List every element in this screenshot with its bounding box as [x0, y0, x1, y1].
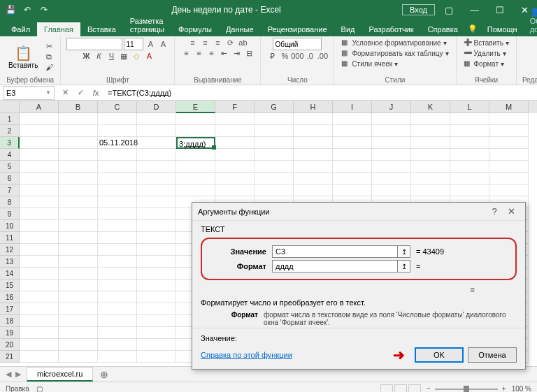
cell[interactable]: [255, 149, 294, 161]
column-header[interactable]: M: [489, 101, 529, 113]
row-header[interactable]: 16: [0, 291, 20, 303]
row-header[interactable]: 12: [0, 244, 20, 256]
cell[interactable]: [450, 173, 489, 184]
sheet-prev-icon[interactable]: ◀: [6, 370, 11, 379]
view-pagebreak-icon[interactable]: [408, 384, 421, 393]
enter-formula-icon[interactable]: ✓: [73, 88, 88, 97]
font-name-combo[interactable]: [66, 38, 122, 50]
cell[interactable]: [20, 220, 59, 232]
column-header[interactable]: D: [137, 101, 176, 113]
cell[interactable]: [59, 208, 98, 220]
zoom-out-button[interactable]: −: [427, 385, 431, 392]
column-header[interactable]: H: [294, 101, 333, 113]
cell[interactable]: [215, 137, 255, 149]
cell[interactable]: [20, 256, 59, 268]
cell[interactable]: [20, 232, 59, 244]
column-header[interactable]: A: [20, 101, 59, 113]
cell[interactable]: [372, 137, 411, 149]
font-color-icon[interactable]: A: [143, 51, 155, 61]
cell[interactable]: [20, 184, 59, 196]
cell[interactable]: [137, 220, 176, 232]
cell[interactable]: [137, 137, 176, 149]
cell[interactable]: [98, 351, 137, 363]
tab-insert[interactable]: Вставка: [80, 22, 123, 36]
cell[interactable]: [411, 173, 450, 184]
cell[interactable]: [215, 149, 255, 161]
cell[interactable]: [411, 113, 450, 125]
row-header[interactable]: 21: [0, 351, 20, 363]
cell[interactable]: [137, 351, 176, 363]
percent-icon[interactable]: %: [279, 51, 290, 61]
ok-button[interactable]: OK: [415, 347, 464, 363]
cell[interactable]: [98, 220, 137, 232]
tab-layout[interactable]: Разметка страницы: [123, 14, 171, 36]
format-cells-button[interactable]: ▦Формат ▾: [462, 59, 506, 68]
align-top-icon[interactable]: ≡: [187, 38, 198, 48]
cell[interactable]: [59, 280, 98, 291]
macro-record-icon[interactable]: ▢: [36, 385, 43, 392]
cell[interactable]: [98, 196, 137, 208]
grow-font-icon[interactable]: A: [145, 39, 156, 49]
row-header[interactable]: 5: [0, 161, 20, 173]
cell[interactable]: [20, 173, 59, 184]
cell[interactable]: [59, 220, 98, 232]
cell[interactable]: [98, 327, 137, 339]
cell[interactable]: [372, 113, 411, 125]
tab-view[interactable]: Вид: [334, 22, 362, 36]
cell[interactable]: [450, 137, 489, 149]
merge-icon[interactable]: ⊟: [243, 48, 255, 58]
cell[interactable]: [372, 184, 411, 196]
cell[interactable]: [489, 137, 529, 149]
paste-button[interactable]: 📋 Вставить: [6, 43, 41, 71]
tab-data[interactable]: Данные: [219, 22, 261, 36]
cell[interactable]: [137, 232, 176, 244]
cell[interactable]: [294, 161, 333, 173]
cell[interactable]: [137, 173, 176, 184]
cell[interactable]: [137, 113, 176, 125]
cell[interactable]: [98, 184, 137, 196]
cell[interactable]: [372, 161, 411, 173]
cell[interactable]: [59, 315, 98, 327]
column-header[interactable]: J: [372, 101, 411, 113]
cell[interactable]: [59, 327, 98, 339]
cell[interactable]: [215, 113, 255, 125]
cell[interactable]: [215, 184, 255, 196]
sheet-next-icon[interactable]: ▶: [15, 370, 21, 379]
row-header[interactable]: 1: [0, 113, 20, 125]
cell[interactable]: [20, 280, 59, 291]
cell[interactable]: [98, 161, 137, 173]
cell[interactable]: [333, 125, 372, 137]
row-header[interactable]: 9: [0, 208, 20, 220]
cell[interactable]: [489, 161, 529, 173]
row-header[interactable]: 2: [0, 125, 20, 137]
cell[interactable]: [59, 149, 98, 161]
login-button[interactable]: Вход: [402, 4, 435, 15]
cell[interactable]: [20, 149, 59, 161]
row-header[interactable]: 7: [0, 184, 20, 196]
number-format-combo[interactable]: [273, 38, 322, 50]
cell[interactable]: [255, 173, 294, 184]
cell[interactable]: [450, 125, 489, 137]
row-header[interactable]: 11: [0, 232, 20, 244]
cell[interactable]: [20, 303, 59, 315]
delete-cells-button[interactable]: ➖Удалить ▾: [462, 48, 508, 58]
cell[interactable]: [489, 149, 529, 161]
cell[interactable]: [137, 256, 176, 268]
cell[interactable]: [59, 137, 98, 149]
cell[interactable]: [333, 161, 372, 173]
cell[interactable]: [137, 208, 176, 220]
cell[interactable]: [450, 184, 489, 196]
row-header[interactable]: 18: [0, 315, 20, 327]
column-header[interactable]: C: [98, 101, 137, 113]
row-header[interactable]: 15: [0, 280, 20, 291]
row-header[interactable]: 19: [0, 327, 20, 339]
cell[interactable]: [59, 268, 98, 280]
cell[interactable]: [59, 113, 98, 125]
cell[interactable]: [20, 137, 59, 149]
tab-help[interactable]: Справка: [421, 22, 465, 36]
border-icon[interactable]: ▦: [118, 51, 129, 61]
cell[interactable]: [59, 184, 98, 196]
cell[interactable]: [333, 184, 372, 196]
cell[interactable]: [489, 184, 529, 196]
cell[interactable]: [176, 149, 215, 161]
